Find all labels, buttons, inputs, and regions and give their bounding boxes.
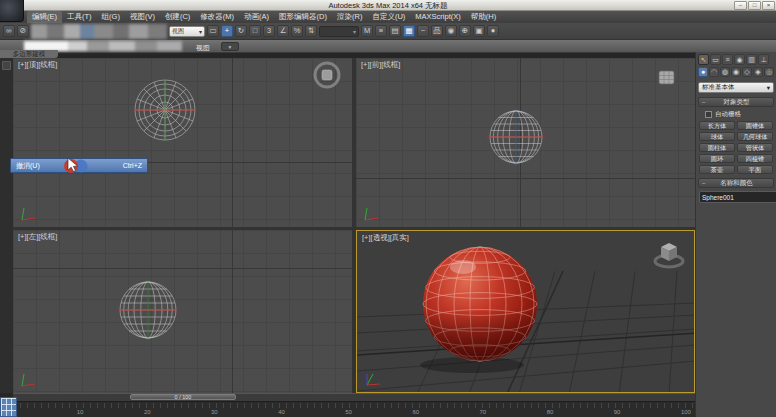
viewport-layout-tab-icon[interactable] bbox=[2, 61, 11, 70]
menu-item[interactable]: 自定义(U) bbox=[367, 11, 410, 23]
reference-coordinate-value: 视图 bbox=[172, 27, 184, 36]
lights-category-icon[interactable]: ◍ bbox=[720, 67, 730, 77]
object-type-button[interactable]: 平面 bbox=[737, 165, 773, 174]
menu-item[interactable]: 动画(A) bbox=[239, 11, 274, 23]
mini-curve-editor-icon[interactable] bbox=[0, 397, 17, 417]
menu-item[interactable]: 修改器(M) bbox=[195, 11, 239, 23]
object-type-button[interactable]: 长方体 bbox=[699, 121, 735, 130]
object-type-button[interactable]: 四棱锥 bbox=[737, 154, 773, 163]
systems-category-icon[interactable]: ◎ bbox=[764, 67, 774, 77]
object-type-button[interactable]: 圆环 bbox=[699, 154, 735, 163]
object-type-button[interactable]: 圆锥体 bbox=[737, 121, 773, 130]
object-type-button[interactable]: 球体 bbox=[699, 132, 735, 141]
select-and-link-icon[interactable]: ∞ bbox=[3, 25, 15, 37]
modify-tab-icon[interactable]: ▭ bbox=[710, 54, 721, 65]
align-icon[interactable]: ≡ bbox=[375, 25, 387, 37]
object-type-rollout[interactable]: − 对象类型 bbox=[698, 97, 774, 107]
viewport-top-label[interactable]: [+][顶][线框] bbox=[18, 60, 57, 70]
keyboard-override-icon[interactable]: ▭ bbox=[207, 25, 219, 37]
spacewarps-category-icon[interactable]: ◈ bbox=[753, 67, 763, 77]
application-menu-button[interactable] bbox=[0, 0, 24, 22]
viewcube-icon[interactable] bbox=[651, 237, 687, 271]
object-type-button[interactable]: 茶壶 bbox=[699, 165, 735, 174]
render-setup-icon[interactable]: ⊕ bbox=[459, 25, 471, 37]
geometry-category-icon[interactable]: ● bbox=[698, 67, 708, 77]
menu-item[interactable]: 帮助(H) bbox=[466, 11, 501, 23]
viewport-left-label[interactable]: [+][左][线框] bbox=[18, 232, 57, 242]
collapse-icon: − bbox=[702, 180, 706, 187]
render-production-icon[interactable]: ● bbox=[487, 25, 499, 37]
select-and-move-icon[interactable]: + bbox=[221, 25, 233, 37]
track-bar[interactable]: 0102030405060708090100 bbox=[0, 401, 776, 417]
autogrid-checkbox[interactable] bbox=[705, 111, 712, 118]
menu-item[interactable]: 编辑(E) bbox=[27, 11, 62, 23]
object-name-field[interactable] bbox=[699, 191, 776, 203]
graphite-ribbon-icon[interactable]: ▦ bbox=[403, 25, 415, 37]
menu-item[interactable]: 工具(T) bbox=[62, 11, 97, 23]
schematic-view-icon[interactable]: 品 bbox=[431, 25, 443, 37]
time-slider-handle[interactable]: 0 / 100 bbox=[130, 394, 236, 400]
sphere-wireframe-top-view[interactable] bbox=[130, 75, 200, 145]
menu-item[interactable]: 视图(V) bbox=[125, 11, 160, 23]
display-tab-icon[interactable]: ▥ bbox=[746, 54, 757, 65]
motion-tab-icon[interactable]: ◉ bbox=[734, 54, 745, 65]
reference-coordinate-dropdown[interactable]: 视图 ▾ bbox=[169, 26, 205, 37]
select-and-scale-icon[interactable]: □ bbox=[249, 25, 261, 37]
viewport-front[interactable]: [+][前][线框] bbox=[356, 58, 695, 227]
helpers-category-icon[interactable]: ◇ bbox=[742, 67, 752, 77]
sphere-wireframe-left-view[interactable] bbox=[115, 277, 181, 343]
maximize-button[interactable]: □ bbox=[748, 1, 761, 10]
viewcube-icon[interactable] bbox=[310, 58, 344, 92]
viewport-front-label[interactable]: [+][前][线框] bbox=[361, 60, 400, 70]
frame-label: 70 bbox=[480, 409, 487, 415]
time-slider-track[interactable] bbox=[13, 393, 695, 401]
viewport-left[interactable]: [+][左][线框] bbox=[13, 230, 352, 393]
menu-item[interactable]: 创建(C) bbox=[160, 11, 195, 23]
menu-item[interactable]: 渲染(R) bbox=[332, 11, 367, 23]
unlink-selection-icon[interactable]: ⊘ bbox=[17, 25, 29, 37]
named-selection-sets-dropdown[interactable]: ▾ bbox=[319, 26, 359, 37]
autogrid-label: 自动栅格 bbox=[715, 110, 741, 119]
viewcube-face-icon[interactable] bbox=[658, 70, 676, 86]
world-axis-tripod bbox=[19, 371, 37, 389]
name-color-rollout[interactable]: − 名称和颜色 bbox=[698, 178, 774, 188]
world-axis-tripod bbox=[19, 205, 37, 223]
frame-label: 90 bbox=[614, 409, 621, 415]
viewport-perspective[interactable]: [+][透视][真实] bbox=[356, 230, 695, 393]
frame-label: 80 bbox=[547, 409, 554, 415]
menu-item[interactable]: 组(G) bbox=[97, 11, 125, 23]
command-panel: ↖ ▭ ≡ ◉ ▥ ⊥ ● ◠ ◍ ◉ ◇ ◈ ◎ 标准基本体 ▾ − 对象类型… bbox=[695, 52, 776, 417]
undo-label: 撤消(U) bbox=[16, 161, 40, 171]
curve-editor-icon[interactable]: ~ bbox=[417, 25, 429, 37]
percent-snap-icon[interactable]: % bbox=[291, 25, 303, 37]
spinner-snap-icon[interactable]: ⇅ bbox=[305, 25, 317, 37]
layer-manager-icon[interactable]: ▤ bbox=[389, 25, 401, 37]
cameras-category-icon[interactable]: ◉ bbox=[731, 67, 741, 77]
hierarchy-tab-icon[interactable]: ≡ bbox=[722, 54, 733, 65]
snap-toggle-icon[interactable]: 3 bbox=[263, 25, 275, 37]
menu-item[interactable]: MAXScript(X) bbox=[410, 11, 465, 23]
shapes-category-icon[interactable]: ◠ bbox=[709, 67, 719, 77]
viewport-top[interactable]: [+][顶][线框] bbox=[13, 58, 352, 227]
mirror-icon[interactable]: M bbox=[361, 25, 373, 37]
create-tab-icon[interactable]: ↖ bbox=[698, 54, 709, 65]
rendered-frame-window-icon[interactable]: ▣ bbox=[473, 25, 485, 37]
object-type-button[interactable]: 圆柱体 bbox=[699, 143, 735, 152]
polygon-modeling-tab[interactable]: 多边形建模 bbox=[0, 50, 58, 58]
viewport-perspective-label[interactable]: [+][透视][真实] bbox=[362, 233, 409, 243]
close-button[interactable]: × bbox=[762, 1, 775, 10]
sphere-red-shaded[interactable] bbox=[415, 239, 545, 369]
menu-item[interactable]: 图形编辑器(D) bbox=[274, 11, 332, 23]
object-type-button[interactable]: 管状体 bbox=[737, 143, 773, 152]
select-and-rotate-icon[interactable]: ↻ bbox=[235, 25, 247, 37]
sphere-wireframe-front-view[interactable] bbox=[485, 106, 547, 168]
primitive-category-dropdown[interactable]: 标准基本体 ▾ bbox=[698, 82, 774, 93]
main-toolbar: ∞ ⊘ 视图 ▾ ▭ + ↻ □ 3 ∠ % ⇅ ▾ M ≡ ▤ ▦ ~ 品 ◉… bbox=[0, 23, 776, 40]
ribbon-view-dropdown[interactable]: ▾ bbox=[221, 42, 239, 51]
grid-axis bbox=[232, 230, 233, 393]
utilities-tab-icon[interactable]: ⊥ bbox=[758, 54, 769, 65]
minimize-button[interactable]: – bbox=[734, 1, 747, 10]
object-type-button[interactable]: 几何球体 bbox=[737, 132, 773, 141]
material-editor-icon[interactable]: ◉ bbox=[445, 25, 457, 37]
angle-snap-icon[interactable]: ∠ bbox=[277, 25, 289, 37]
